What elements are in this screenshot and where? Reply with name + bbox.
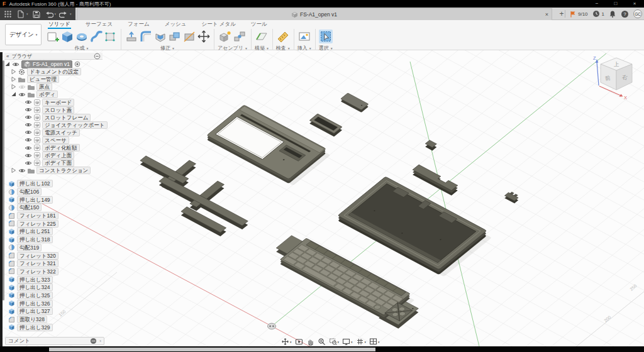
nav-display-settings[interactable]: ▾ [342, 338, 353, 346]
nav-zoom[interactable] [318, 338, 326, 346]
browser-item-label[interactable]: スロット蓋 [42, 106, 74, 114]
browser-item-label[interactable]: ボディ上面 [42, 151, 74, 159]
tool-split[interactable] [182, 30, 196, 43]
timeline-feature[interactable]: 押し出し102 [8, 180, 58, 188]
feature-label[interactable]: 押し出し102 [17, 180, 53, 187]
timeline-feature[interactable]: 勾配106 [8, 188, 58, 196]
visibility-eye-icon[interactable] [18, 92, 26, 97]
browser-row[interactable]: ボディ上面 [4, 151, 108, 159]
model-part-keyboard[interactable] [268, 236, 425, 329]
app-grid-icon[interactable] [3, 9, 13, 19]
ribbon-tab-1[interactable]: サーフェス [85, 21, 113, 29]
browser-row[interactable]: コンストラクション [4, 167, 108, 174]
model-part-power-switch[interactable] [413, 165, 458, 195]
model-part-joystick-port[interactable] [425, 140, 436, 151]
model-part-connector[interactable] [504, 191, 519, 204]
visibility-eye-icon[interactable] [25, 137, 32, 143]
expand-arrow-icon[interactable] [4, 61, 10, 67]
visibility-eye-icon[interactable] [25, 122, 32, 128]
visibility-eye-icon[interactable] [25, 99, 32, 105]
timeline-feature[interactable]: 押し出し326 [8, 299, 58, 307]
browser-row[interactable]: ビュー管理 [4, 75, 108, 83]
tool-new-component[interactable] [218, 30, 232, 43]
feature-label[interactable]: 押し出し329 [17, 324, 53, 331]
visibility-eye-icon[interactable] [25, 129, 32, 135]
ribbon-tab-2[interactable]: フォーム [127, 21, 150, 29]
feature-label[interactable]: フィレット225 [17, 220, 58, 228]
visibility-eye-icon[interactable] [25, 160, 32, 166]
browser-item-label[interactable]: 電源スイッチ [42, 129, 80, 136]
new-file-icon[interactable] [16, 9, 25, 19]
tool-construction-plane[interactable] [255, 30, 269, 43]
browser-item-label[interactable]: ビュー管理 [27, 75, 59, 83]
timeline-feature[interactable]: 勾配319 [8, 244, 58, 252]
feature-label[interactable]: 面取り328 [17, 316, 47, 323]
feature-label[interactable]: 押し出し323 [17, 276, 53, 283]
help-icon[interactable]: ? [621, 10, 629, 18]
browser-row[interactable]: キーボード [4, 98, 108, 106]
browser-item-label[interactable]: スロットフレーム [42, 114, 91, 121]
feature-label[interactable]: 押し出し149 [17, 196, 53, 204]
feature-label[interactable]: 勾配106 [17, 188, 42, 195]
view-cube[interactable]: 上 前 右 Z X [586, 53, 644, 106]
browser-row[interactable]: ドキュメントの設定 [4, 68, 108, 75]
maximize-button[interactable]: □ [606, 0, 625, 8]
workspace-selector[interactable]: デザイン ▾ [5, 24, 42, 45]
feature-label[interactable]: 押し出し327 [17, 307, 53, 315]
nav-pan-hand[interactable] [306, 338, 314, 346]
tool-measure[interactable] [276, 30, 290, 43]
browser-row[interactable]: ボディ [4, 91, 108, 98]
undo-icon[interactable] [44, 9, 53, 19]
browser-row[interactable]: 原点 [4, 83, 108, 91]
browser-row[interactable]: スロット蓋 [4, 106, 108, 114]
visibility-eye-icon[interactable] [25, 107, 32, 113]
visibility-eye-icon[interactable] [18, 168, 26, 173]
browser-item-label[interactable]: ボディ [36, 91, 58, 98]
expand-comments-icon[interactable]: › [99, 338, 101, 344]
activate-radio-icon[interactable] [74, 61, 80, 67]
tool-revolve[interactable] [75, 30, 89, 43]
nav-look-at[interactable] [295, 338, 303, 346]
timeline-feature[interactable]: 押し出し327 [8, 307, 58, 316]
tool-fillet[interactable] [139, 30, 153, 43]
browser-item-label[interactable]: ボディ下面 [42, 159, 74, 167]
visibility-eye-icon[interactable] [25, 145, 32, 151]
browser-row[interactable]: ボディ化粧額 [4, 144, 108, 151]
visibility-eye-icon[interactable] [18, 84, 26, 90]
tool-sweep[interactable] [89, 30, 103, 43]
browser-item-label[interactable]: FS-A1_open v1 [21, 60, 72, 69]
feature-label[interactable]: 押し出し324 [17, 283, 53, 291]
timeline-feature[interactable]: 勾配150 [8, 204, 58, 212]
visibility-eye-icon[interactable] [12, 62, 19, 67]
feature-label[interactable]: フィレット320 [17, 252, 58, 260]
timeline-feature[interactable]: フィレット181 [8, 212, 58, 220]
expand-arrow-icon[interactable] [11, 76, 16, 82]
timeline-feature[interactable]: 押し出し325 [8, 292, 58, 300]
job-status-clock-icon[interactable] [592, 10, 600, 18]
browser-row[interactable]: スペーサ [4, 136, 108, 144]
origin-marker[interactable] [268, 323, 276, 329]
browser-item-label[interactable]: スペーサ [42, 136, 69, 144]
feature-label[interactable]: 押し出し325 [17, 292, 53, 299]
browser-row[interactable]: ジョイスティックポート [4, 121, 108, 129]
timeline-feature[interactable]: 押し出し329 [8, 323, 58, 331]
minimize-button[interactable]: − [587, 0, 606, 8]
ribbon-tab-0[interactable]: ソリッド [48, 21, 71, 29]
timeline-feature[interactable]: 面取り328 [8, 316, 58, 324]
offer-flag-icon[interactable] [570, 11, 576, 18]
timeline-feature[interactable]: 押し出し323 [8, 275, 58, 283]
visibility-eye-icon[interactable] [25, 153, 32, 158]
browser-row[interactable]: ボディ下面 [4, 159, 108, 167]
visibility-eye-icon[interactable] [25, 114, 32, 120]
browser-item-label[interactable]: ボディ化粧額 [42, 144, 80, 151]
tool-combine[interactable] [168, 30, 182, 43]
tool-select[interactable] [319, 30, 333, 43]
browser-item-label[interactable]: コンストラクション [36, 167, 91, 174]
notification-bell-icon[interactable] [609, 10, 616, 18]
browser-item-label[interactable]: ジョイスティックポート [42, 121, 108, 129]
feature-label[interactable]: 勾配150 [17, 204, 42, 211]
model-part-body-top-cover[interactable] [207, 105, 326, 184]
collapse-panel-icon[interactable]: « [6, 53, 9, 59]
feature-label[interactable]: 押し出し326 [17, 300, 53, 307]
timeline-feature[interactable]: フィレット322 [8, 268, 58, 276]
